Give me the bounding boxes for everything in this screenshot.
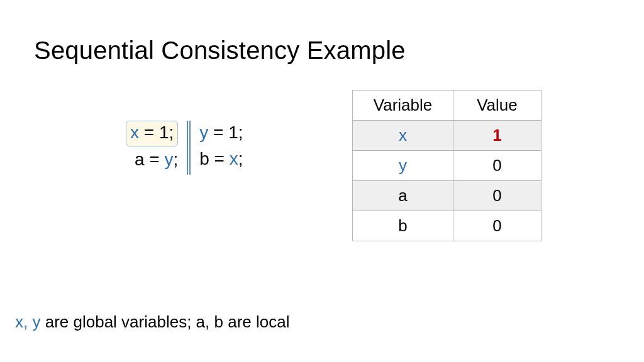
- footer-globals: x, y: [15, 312, 40, 331]
- code-line-left-1: x = 1;: [126, 119, 178, 146]
- var-y: y: [199, 123, 208, 142]
- table-cell-value: 1: [453, 121, 541, 151]
- code-text: = 1;: [139, 123, 174, 142]
- code-text: ;: [173, 150, 178, 169]
- table-cell-variable: y: [353, 151, 453, 181]
- variable-table: Variable Value x1y0a0b0: [352, 90, 541, 241]
- table-row: y0: [353, 151, 541, 181]
- table-header-value: Value: [453, 90, 541, 121]
- code-line-left-2: a = y;: [135, 146, 178, 173]
- table-cell-value: 0: [453, 211, 541, 241]
- thread-left: x = 1; a = y;: [126, 119, 187, 173]
- code-line-right-1: y = 1;: [199, 119, 243, 146]
- table: Variable Value x1y0a0b0: [352, 90, 541, 241]
- code-block: x = 1; a = y; y = 1; b = x;: [126, 119, 243, 175]
- code-line-right-2: b = x;: [199, 146, 243, 172]
- footer-text: are global variables; a, b are local: [40, 312, 289, 331]
- code-text: b =: [199, 149, 229, 168]
- code-text: a =: [135, 150, 164, 169]
- page-title: Sequential Consistency Example: [34, 36, 406, 65]
- table-row: x1: [353, 121, 541, 151]
- table-cell-variable: a: [353, 181, 453, 211]
- table-cell-value: 0: [453, 151, 541, 181]
- table-cell-variable: b: [353, 211, 453, 241]
- footer-note: x, y are global variables; a, b are loca…: [15, 312, 289, 332]
- table-row: a0: [353, 181, 541, 211]
- table-header-variable: Variable: [353, 90, 453, 121]
- table-row: b0: [353, 211, 541, 241]
- var-y: y: [164, 150, 173, 169]
- var-x: x: [230, 149, 238, 168]
- code-text: = 1;: [208, 123, 243, 142]
- table-cell-variable: x: [353, 121, 453, 151]
- table-header-row: Variable Value: [353, 90, 541, 121]
- thread-right: y = 1; b = x;: [191, 119, 243, 172]
- table-cell-value: 0: [453, 181, 541, 211]
- code-text: ;: [238, 149, 243, 168]
- var-x: x: [130, 123, 139, 142]
- thread-divider: [187, 121, 191, 175]
- highlighted-statement: x = 1;: [126, 121, 178, 146]
